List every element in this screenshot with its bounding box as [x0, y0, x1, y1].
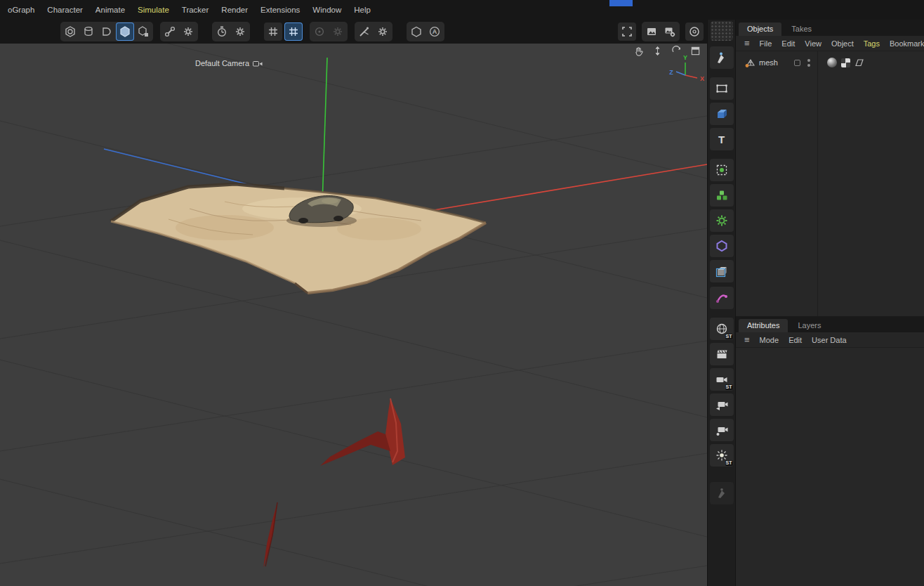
objects-menu-tags[interactable]: Tags: [864, 39, 880, 48]
menubar: oGraph Character Animate Simulate Tracke…: [0, 0, 924, 20]
attributes-menu-edit[interactable]: Edit: [788, 336, 802, 344]
interactive-render-icon[interactable]: [685, 22, 704, 41]
window-accent-bar: [609, 0, 633, 6]
tree-row-mesh[interactable]: mesh: [736, 56, 924, 69]
menu-window[interactable]: Window: [306, 0, 348, 20]
objects-menu-bookmarks[interactable]: Bookmarks: [890, 39, 924, 48]
menu-render[interactable]: Render: [215, 0, 254, 20]
make-editable-icon[interactable]: [61, 22, 79, 41]
ngon-hexagon-icon[interactable]: [710, 235, 734, 257]
snap-grid-icon[interactable]: [284, 22, 303, 41]
texture-mode-icon[interactable]: [98, 22, 116, 41]
model-mode-icon[interactable]: [79, 22, 98, 41]
timer-settings-gear-icon[interactable]: [231, 22, 249, 41]
strip-grip-handle[interactable]: [711, 21, 733, 41]
render-view-icon[interactable]: [642, 22, 661, 41]
camera-back-icon[interactable]: [710, 393, 734, 416]
axis-orientation-indicator[interactable]: Y X Z: [669, 54, 704, 82]
annotate-tool-icon[interactable]: A: [425, 22, 444, 41]
cube-primitive-icon[interactable]: [710, 103, 734, 125]
instance-icon[interactable]: [710, 159, 734, 181]
deformer-icon[interactable]: [710, 287, 734, 309]
attributes-menu-mode[interactable]: Mode: [760, 336, 779, 344]
menu-animate[interactable]: Animate: [89, 0, 131, 20]
uvw-tag-icon[interactable]: [841, 58, 850, 67]
object-mode-icon[interactable]: [134, 22, 152, 41]
right-panel-stack: Objects Takes ≡ File Edit View Object Ta…: [735, 20, 924, 586]
layer-state-square[interactable]: [794, 60, 800, 66]
objects-menu-row: ≡ File Edit View Object Tags Bookmarks: [736, 36, 924, 51]
axis-x-label: X: [700, 75, 704, 82]
disabled-pen-icon[interactable]: [710, 482, 734, 504]
visibility-dots[interactable]: [807, 59, 810, 67]
menu-mograph[interactable]: oGraph: [1, 0, 41, 20]
target-gear-disabled-icon[interactable]: [329, 22, 347, 41]
x-axis-line[interactable]: [421, 164, 707, 212]
st-badge: ST: [725, 384, 733, 390]
rectangle-spline-icon[interactable]: [710, 77, 734, 100]
ngon-tool-icon[interactable]: [407, 22, 425, 41]
camera-label[interactable]: Default Camera: [195, 59, 263, 67]
objects-menu-file[interactable]: File: [760, 39, 772, 48]
generator-gear-icon[interactable]: [710, 209, 734, 232]
attributes-menu-row: ≡ Mode Edit User Data: [736, 332, 924, 348]
workplane-grid-icon[interactable]: [264, 22, 282, 41]
sky-environment-icon[interactable]: ST: [710, 318, 734, 340]
knife-tool-icon[interactable]: [355, 22, 374, 41]
orbit-icon[interactable]: [670, 45, 682, 56]
st-badge: ST: [725, 334, 733, 339]
menu-character[interactable]: Character: [41, 0, 89, 20]
ribbon-mesh-lower[interactable]: [263, 502, 277, 568]
volume-cube-icon[interactable]: [710, 260, 734, 282]
text-object-icon[interactable]: T: [710, 128, 734, 150]
timer-tool-icon[interactable]: [213, 22, 231, 41]
attributes-hamburger-icon[interactable]: ≡: [744, 334, 750, 345]
viewport[interactable]: Y X Z Default Camera: [0, 44, 707, 586]
object-tree[interactable]: mesh: [736, 51, 924, 316]
terrain-mesh[interactable]: [111, 184, 486, 293]
menu-simulate[interactable]: Simulate: [131, 0, 176, 20]
attributes-menu-userdata[interactable]: User Data: [812, 336, 847, 344]
polygon-selection-tag-icon[interactable]: [854, 58, 864, 67]
attributes-empty-area: [736, 348, 924, 586]
simulate-mode-icon[interactable]: [116, 22, 134, 41]
render-settings-icon[interactable]: [661, 22, 679, 41]
camera-st-icon[interactable]: ST: [710, 368, 734, 391]
tab-objects[interactable]: Objects: [739, 22, 781, 36]
ribbon-mesh-upper[interactable]: [320, 398, 405, 466]
mesh-object-icon: [744, 57, 755, 68]
joint-tool-icon[interactable]: [161, 22, 179, 41]
pan-hand-icon[interactable]: [632, 45, 645, 56]
tree-column-divider[interactable]: [817, 51, 818, 316]
cinema4d-window: oGraph Character Animate Simulate Tracke…: [0, 0, 924, 586]
objects-menu-edit[interactable]: Edit: [781, 39, 795, 48]
menu-tracker[interactable]: Tracker: [176, 0, 216, 20]
camera-label-text: Default Camera: [195, 59, 249, 67]
y-axis-line[interactable]: [322, 58, 327, 204]
render-buttons-group: [642, 22, 680, 41]
target-disabled-icon[interactable]: [310, 22, 329, 41]
spline-pen-icon[interactable]: [710, 46, 734, 69]
cloner-icon[interactable]: [710, 184, 734, 207]
objects-menu-view[interactable]: View: [805, 39, 821, 48]
camera-dot-icon[interactable]: [710, 419, 734, 441]
tab-layers[interactable]: Layers: [789, 319, 829, 332]
objects-menu-object[interactable]: Object: [831, 39, 854, 48]
light-st-icon[interactable]: ST: [710, 444, 734, 467]
tab-attributes[interactable]: Attributes: [739, 319, 788, 332]
maximize-icon[interactable]: [689, 45, 701, 56]
frame-region-icon[interactable]: [618, 22, 636, 41]
viewport-3d-scene[interactable]: Y X Z: [0, 44, 707, 586]
target-tool-group: [310, 22, 348, 41]
dolly-icon[interactable]: [651, 45, 664, 56]
menu-extensions[interactable]: Extensions: [254, 0, 306, 20]
menu-help[interactable]: Help: [348, 0, 377, 20]
objects-hamburger-icon[interactable]: ≡: [744, 38, 750, 48]
tab-takes[interactable]: Takes: [783, 22, 820, 36]
knife-settings-gear-icon[interactable]: [374, 22, 392, 41]
object-tool-strip: T ST ST: [707, 20, 735, 586]
texture-tag-icon[interactable]: [827, 58, 837, 67]
joint-settings-gear-icon[interactable]: [179, 22, 197, 41]
viewport-nav-icons: [632, 45, 701, 56]
stage-icon[interactable]: [710, 343, 734, 365]
